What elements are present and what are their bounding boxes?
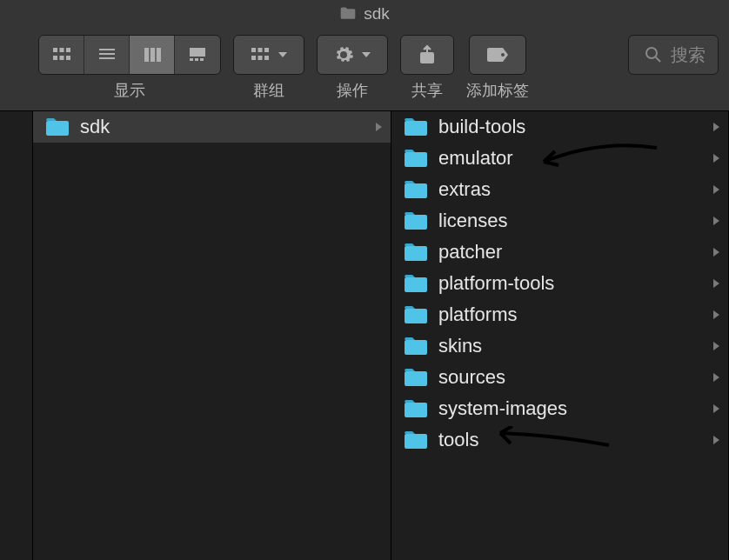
svg-rect-17 xyxy=(258,48,263,52)
svg-rect-16 xyxy=(251,48,256,52)
icon-view-icon xyxy=(51,44,72,65)
list-item[interactable]: sdk xyxy=(33,111,391,143)
svg-rect-24 xyxy=(46,121,69,136)
svg-rect-0 xyxy=(53,48,57,52)
svg-rect-4 xyxy=(59,56,64,60)
view-gallery-button[interactable] xyxy=(175,36,220,74)
svg-rect-12 xyxy=(190,48,205,57)
item-label: patcher xyxy=(438,241,502,263)
item-label: sources xyxy=(438,366,505,389)
chevron-right-icon xyxy=(713,185,719,194)
column-1[interactable]: sdk xyxy=(33,111,391,560)
browser-content: sdk build-tools emulator extras licenses… xyxy=(0,111,729,560)
folder-icon xyxy=(404,274,428,293)
chevron-right-icon xyxy=(713,404,719,413)
search-group: 搜索 xyxy=(628,35,719,75)
svg-rect-21 xyxy=(264,56,269,60)
list-item[interactable]: platforms xyxy=(391,299,728,330)
folder-icon xyxy=(404,180,428,199)
tags-label: 添加标签 xyxy=(466,80,529,101)
svg-rect-27 xyxy=(405,183,427,198)
svg-rect-35 xyxy=(405,434,427,449)
item-label: skins xyxy=(438,335,482,357)
svg-rect-15 xyxy=(200,58,204,61)
folder-icon xyxy=(404,399,428,418)
item-label: build-tools xyxy=(438,116,525,138)
svg-rect-9 xyxy=(144,48,149,62)
folder-icon xyxy=(404,243,428,262)
list-item[interactable]: system-images xyxy=(391,393,728,424)
svg-rect-5 xyxy=(66,56,70,60)
chevron-right-icon xyxy=(713,342,719,350)
folder-icon xyxy=(404,430,428,450)
svg-rect-18 xyxy=(264,48,269,52)
group-button[interactable] xyxy=(233,35,304,75)
view-list-button[interactable] xyxy=(84,36,130,74)
chevron-down-icon xyxy=(361,50,371,60)
window-title: sdk xyxy=(364,4,390,23)
folder-icon xyxy=(404,337,428,356)
folder-icon xyxy=(404,368,428,387)
list-item[interactable]: patcher xyxy=(391,237,728,268)
item-label: extras xyxy=(438,178,491,201)
view-column-button[interactable] xyxy=(130,36,175,74)
chevron-right-icon xyxy=(376,123,382,131)
view-group: 显示 xyxy=(38,35,221,101)
svg-rect-14 xyxy=(195,58,198,61)
folder-icon xyxy=(404,305,428,324)
action-button[interactable] xyxy=(317,35,388,75)
list-item[interactable]: emulator xyxy=(391,143,728,174)
chevron-right-icon xyxy=(713,123,719,131)
list-item[interactable]: tools xyxy=(391,424,728,456)
svg-rect-28 xyxy=(405,215,427,230)
sidebar-strip xyxy=(0,111,33,560)
svg-rect-7 xyxy=(99,53,115,55)
list-item[interactable]: build-tools xyxy=(391,111,728,143)
list-item[interactable]: extras xyxy=(391,174,728,205)
svg-rect-26 xyxy=(405,152,427,167)
view-segmented xyxy=(38,35,221,75)
column-2[interactable]: build-tools emulator extras licenses pat… xyxy=(391,111,729,560)
share-group: 共享 xyxy=(400,35,454,101)
chevron-right-icon xyxy=(713,248,719,257)
svg-rect-22 xyxy=(421,53,433,63)
item-label: emulator xyxy=(438,147,513,170)
list-item[interactable]: sources xyxy=(391,362,728,393)
svg-rect-1 xyxy=(59,48,64,52)
action-label: 操作 xyxy=(337,80,368,101)
svg-rect-20 xyxy=(258,56,263,60)
view-label: 显示 xyxy=(114,80,145,101)
search-icon xyxy=(645,46,662,63)
folder-icon xyxy=(404,117,428,137)
chevron-right-icon xyxy=(713,279,719,288)
column-view-icon xyxy=(142,44,163,65)
list-item[interactable]: skins xyxy=(391,330,728,362)
group-label: 群组 xyxy=(253,80,284,101)
chevron-right-icon xyxy=(713,154,719,163)
svg-rect-31 xyxy=(405,309,427,323)
view-icon-button[interactable] xyxy=(39,36,84,74)
tag-icon xyxy=(485,46,510,63)
group-icon xyxy=(250,44,271,65)
chevron-right-icon xyxy=(713,310,719,319)
tags-button[interactable] xyxy=(469,35,526,75)
chevron-right-icon xyxy=(713,217,719,225)
share-icon xyxy=(417,44,438,65)
svg-rect-10 xyxy=(150,48,155,62)
search-input[interactable]: 搜索 xyxy=(628,35,719,75)
list-item[interactable]: platform-tools xyxy=(391,268,728,299)
list-item[interactable]: licenses xyxy=(391,205,728,237)
svg-rect-11 xyxy=(157,48,161,62)
share-label: 共享 xyxy=(411,80,443,101)
gear-icon xyxy=(333,44,354,65)
chevron-right-icon xyxy=(713,436,719,444)
gallery-view-icon xyxy=(187,44,208,65)
svg-rect-30 xyxy=(405,277,427,292)
svg-rect-32 xyxy=(405,340,427,355)
chevron-down-icon xyxy=(278,50,288,60)
item-label: platform-tools xyxy=(438,272,554,295)
action-group: 操作 xyxy=(317,35,388,101)
share-button[interactable] xyxy=(400,35,454,75)
svg-rect-25 xyxy=(405,121,427,136)
item-label: tools xyxy=(438,429,478,451)
